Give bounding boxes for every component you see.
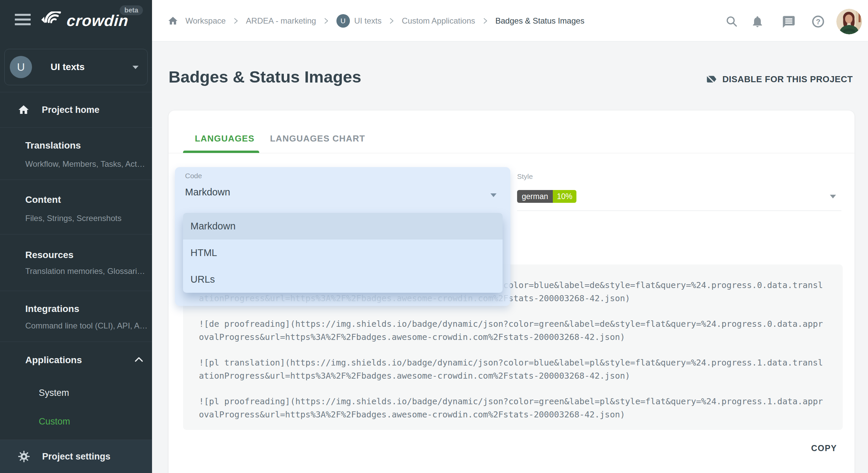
code-line: ![pl translation](https://img.shields.io… bbox=[199, 356, 827, 382]
messages-chat-icon[interactable] bbox=[782, 15, 796, 29]
help-icon[interactable]: ? bbox=[811, 15, 825, 28]
chevron-up-icon[interactable] bbox=[134, 356, 143, 362]
topbar: Workspace ARDEA - marketing U UI texts C… bbox=[152, 0, 868, 41]
project-name: UI texts bbox=[51, 62, 85, 72]
chevron-down-icon bbox=[132, 66, 139, 69]
page-title: Badges & Status Images bbox=[169, 67, 361, 86]
label-off-icon bbox=[705, 73, 717, 85]
sidebar-item-translations[interactable]: Translations bbox=[25, 140, 147, 151]
user-avatar[interactable] bbox=[836, 9, 862, 34]
sidebar-item-content-subtitle: Files, Strings, Screenshots bbox=[25, 213, 149, 223]
search-icon[interactable] bbox=[725, 15, 738, 28]
crowdin-logo-mark-icon bbox=[40, 11, 65, 30]
sidebar-item-resources[interactable]: Resources bbox=[25, 249, 147, 261]
project-avatar: U bbox=[336, 14, 350, 28]
breadcrumb-item-ui-texts[interactable]: U UI texts bbox=[336, 14, 382, 28]
svg-text:?: ? bbox=[816, 18, 820, 26]
chevron-right-icon bbox=[233, 18, 239, 24]
disable-for-project-button[interactable]: DISABLE FOR THIS PROJECT bbox=[705, 73, 853, 85]
sidebar-item-translations-subtitle: Workflow, Members, Tasks, Act… bbox=[25, 159, 149, 169]
chevron-down-icon bbox=[830, 195, 836, 198]
style-select[interactable]: german 10% bbox=[517, 190, 841, 210]
sidebar-item-resources-subtitle: Translation memories, Glossari… bbox=[25, 266, 149, 276]
divider bbox=[0, 180, 152, 180]
breadcrumb-item-current: Badges & Status Images bbox=[496, 16, 585, 26]
chevron-right-icon bbox=[389, 18, 395, 24]
sidebar-item-label: Project home bbox=[42, 105, 99, 115]
crowdin-logo-text: crowdin bbox=[66, 11, 129, 30]
tab-languages[interactable]: LANGUAGES bbox=[195, 133, 255, 144]
dropdown-option-markdown[interactable]: Markdown bbox=[183, 213, 503, 240]
chevron-right-icon bbox=[323, 18, 329, 24]
gear-icon bbox=[18, 450, 30, 463]
code-line: ![pl proofreading](https://img.shields.i… bbox=[199, 395, 827, 421]
beta-badge: beta bbox=[120, 5, 143, 15]
project-avatar: U bbox=[10, 56, 32, 78]
sidebar-item-system[interactable]: System bbox=[39, 388, 69, 398]
divider bbox=[517, 211, 841, 211]
breadcrumb: Workspace ARDEA - marketing U UI texts C… bbox=[168, 0, 585, 41]
breadcrumb-item-custom-applications[interactable]: Custom Applications bbox=[402, 16, 475, 26]
badges-card: LANGUAGES LANGUAGES CHART ![de translati… bbox=[169, 111, 855, 473]
sidebar-item-integrations-subtitle: Command line tool (CLI), API, A… bbox=[25, 321, 149, 331]
divider bbox=[0, 291, 152, 291]
main-content: Badges & Status Images DISABLE FOR THIS … bbox=[152, 41, 868, 473]
divider bbox=[0, 92, 152, 92]
breadcrumb-item-project-group[interactable]: ARDEA - marketing bbox=[246, 16, 316, 26]
divider bbox=[0, 342, 152, 342]
sidebar-item-label: Project settings bbox=[42, 451, 111, 462]
breadcrumb-item-workspace[interactable]: Workspace bbox=[185, 16, 226, 26]
dropdown-option-html[interactable]: HTML bbox=[183, 240, 503, 266]
sidebar-item-applications[interactable]: Applications bbox=[25, 355, 82, 366]
project-selector[interactable]: U UI texts bbox=[4, 49, 148, 85]
tab-languages-chart[interactable]: LANGUAGES CHART bbox=[270, 133, 365, 144]
sidebar-item-integrations[interactable]: Integrations bbox=[25, 303, 147, 315]
dropdown-option-urls[interactable]: URLs bbox=[183, 266, 503, 293]
code-select-value[interactable]: Markdown bbox=[185, 187, 230, 198]
menu-icon[interactable] bbox=[15, 14, 31, 26]
sidebar-item-project-settings[interactable]: Project settings bbox=[0, 440, 152, 473]
badge-progress-value: 10% bbox=[553, 190, 576, 203]
sidebar: crowdin beta U UI texts Project home Tra… bbox=[0, 0, 152, 473]
chevron-down-icon bbox=[490, 193, 497, 197]
badge-language-label: german bbox=[517, 190, 553, 203]
language-progress-badge: german 10% bbox=[517, 190, 576, 203]
home-icon bbox=[18, 104, 30, 116]
notifications-bell-icon[interactable] bbox=[751, 15, 764, 28]
app-root: crowdin beta U UI texts Project home Tra… bbox=[0, 0, 868, 473]
divider bbox=[169, 153, 855, 153]
code-line: ![de proofreading](https://img.shields.i… bbox=[199, 317, 827, 344]
crowdin-logo[interactable]: crowdin beta bbox=[40, 9, 141, 31]
home-icon[interactable] bbox=[168, 15, 178, 26]
sidebar-item-custom[interactable]: Custom bbox=[39, 416, 70, 427]
code-select-dropdown: Markdown HTML URLs bbox=[183, 213, 503, 293]
sidebar-item-content[interactable]: Content bbox=[25, 194, 147, 206]
code-select-label: Code bbox=[185, 172, 202, 180]
sidebar-item-project-home[interactable]: Project home bbox=[0, 99, 152, 120]
copy-button[interactable]: COPY bbox=[811, 443, 837, 453]
divider bbox=[0, 234, 152, 234]
chevron-right-icon bbox=[482, 18, 488, 24]
disable-button-label: DISABLE FOR THIS PROJECT bbox=[722, 74, 853, 85]
divider bbox=[0, 127, 152, 128]
style-select-label: Style bbox=[517, 172, 533, 181]
